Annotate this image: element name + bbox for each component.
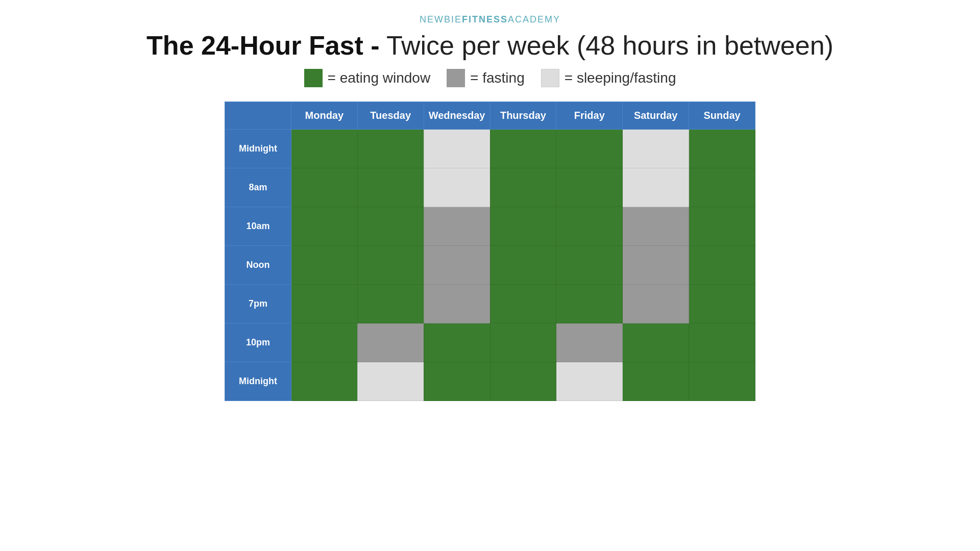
cell-sun-midnight2 [689,362,755,401]
time-7pm: 7pm [225,285,291,323]
time-10am: 10am [225,207,291,246]
cell-mon-midnight [291,130,357,168]
cell-fri-midnight2 [556,362,623,401]
legend-eating: = eating window [304,69,431,87]
cell-mon-10pm [291,323,357,362]
cell-sat-7pm [623,285,689,323]
table-row: 7pm [225,285,755,323]
header-tuesday: Tuesday [357,102,424,130]
legend-fasting: = fasting [447,69,525,87]
cell-tue-noon [357,246,424,285]
cell-wed-noon [424,246,490,285]
cell-fri-8am [556,168,623,207]
cell-mon-10am [291,207,357,246]
cell-mon-midnight2 [291,362,357,401]
cell-wed-midnight2 [424,362,490,401]
cell-wed-7pm [424,285,490,323]
header-sunday: Sunday [689,102,755,130]
cell-sun-10am [689,207,755,246]
cell-thu-noon [490,246,556,285]
cell-sun-noon [689,246,755,285]
time-8am: 8am [225,168,291,207]
cell-wed-8am [424,168,490,207]
cell-fri-10am [556,207,623,246]
title-bold: The 24-Hour Fast - [146,31,380,60]
header-monday: Monday [291,102,357,130]
fasting-icon [447,69,465,87]
cell-sun-midnight [689,130,755,168]
cell-sat-midnight2 [623,362,689,401]
header-thursday: Thursday [490,102,556,130]
cell-sat-10am [623,207,689,246]
cell-sat-noon [623,246,689,285]
header-friday: Friday [556,102,623,130]
cell-wed-midnight [424,130,490,168]
table-row: 8am [225,168,755,207]
eating-label: = eating window [328,70,431,86]
time-midnight-bottom: Midnight [225,362,291,401]
cell-tue-10am [357,207,424,246]
cell-sun-7pm [689,285,755,323]
legend: = eating window = fasting = sleeping/fas… [304,69,676,87]
page-title: The 24-Hour Fast - Twice per week (48 ho… [146,30,834,61]
header-saturday: Saturday [623,102,689,130]
cell-thu-midnight2 [490,362,556,401]
title-normal: Twice per week (48 hours in between) [380,31,834,60]
cell-thu-10am [490,207,556,246]
sleeping-label: = sleeping/fasting [565,70,676,86]
legend-sleeping: = sleeping/fasting [541,69,676,87]
time-noon: Noon [225,246,291,285]
cell-tue-7pm [357,285,424,323]
schedule-table: Monday Tuesday Wednesday Thursday Friday… [225,102,755,401]
header-wednesday: Wednesday [424,102,490,130]
cell-thu-10pm [490,323,556,362]
cell-fri-noon [556,246,623,285]
brand-text: NEWBIEFITNESSACADEMY [420,14,560,24]
cell-fri-7pm [556,285,623,323]
cell-tue-10pm [357,323,424,362]
time-10pm: 10pm [225,323,291,362]
schedule-grid: Monday Tuesday Wednesday Thursday Friday… [225,102,755,401]
cell-mon-noon [291,246,357,285]
cell-sat-midnight [623,130,689,168]
cell-sun-10pm [689,323,755,362]
fasting-label: = fasting [470,70,525,86]
sleeping-icon [541,69,559,87]
table-row: Midnight [225,130,755,168]
table-row: 10am [225,207,755,246]
table-row: Midnight [225,362,755,401]
cell-fri-10pm [556,323,623,362]
cell-sat-8am [623,168,689,207]
cell-mon-8am [291,168,357,207]
cell-wed-10am [424,207,490,246]
cell-sat-10pm [623,323,689,362]
cell-thu-midnight [490,130,556,168]
cell-tue-midnight [357,130,424,168]
cell-tue-8am [357,168,424,207]
cell-mon-7pm [291,285,357,323]
eating-icon [304,69,323,87]
cell-thu-8am [490,168,556,207]
cell-thu-7pm [490,285,556,323]
brand-header: NEWBIEFITNESSACADEMY [420,14,560,25]
cell-tue-midnight2 [357,362,424,401]
header-empty [225,102,291,130]
time-midnight-top: Midnight [225,130,291,168]
cell-sun-8am [689,168,755,207]
cell-wed-10pm [424,323,490,362]
table-row: 10pm [225,323,755,362]
table-row: Noon [225,246,755,285]
cell-fri-midnight [556,130,623,168]
